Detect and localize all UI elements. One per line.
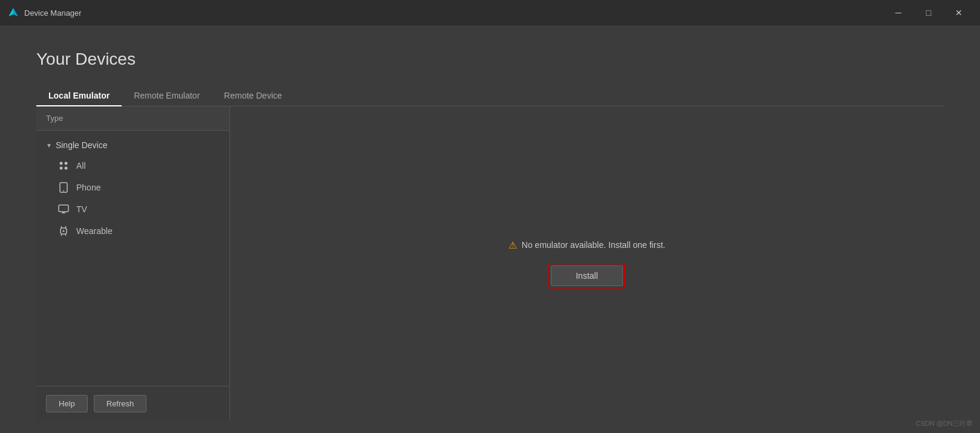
watermark: CSDN @DN三叶草	[916, 419, 973, 428]
help-button[interactable]: Help	[46, 395, 88, 412]
minimize-button[interactable]: ─	[884, 3, 912, 22]
left-panel: Type ▼ Single Device	[36, 106, 230, 421]
tab-local-emulator[interactable]: Local Emulator	[36, 86, 122, 106]
refresh-button[interactable]: Refresh	[94, 395, 147, 412]
titlebar-controls: ─ □ ✕	[884, 3, 973, 22]
svg-point-0	[60, 162, 63, 165]
wearable-icon	[58, 226, 69, 236]
svg-line-12	[61, 234, 62, 236]
tree-item-all[interactable]: All	[36, 155, 229, 177]
single-device-group[interactable]: ▼ Single Device	[36, 135, 229, 155]
svg-line-13	[65, 234, 66, 236]
close-button[interactable]: ✕	[945, 3, 973, 22]
phone-icon	[58, 182, 69, 193]
chevron-down-icon: ▼	[46, 142, 52, 149]
tabs-bar: Local Emulator Remote Emulator Remote De…	[36, 86, 944, 106]
install-button-wrapper: Install	[548, 263, 625, 288]
svg-point-1	[65, 162, 68, 165]
svg-line-10	[61, 226, 62, 228]
tree-item-tv[interactable]: TV	[36, 198, 229, 220]
left-panel-footer: Help Refresh	[36, 386, 229, 421]
svg-point-3	[65, 167, 68, 170]
page-title: Your Devices	[36, 50, 944, 69]
titlebar-left: Device Manager	[7, 7, 82, 19]
content-area: Type ▼ Single Device	[36, 106, 944, 421]
svg-rect-6	[59, 205, 68, 212]
tree-item-phone[interactable]: Phone	[36, 177, 229, 198]
all-devices-icon	[58, 160, 69, 171]
svg-point-14	[63, 230, 65, 232]
maximize-button[interactable]: □	[915, 3, 942, 22]
warning-icon: ⚠	[508, 239, 517, 251]
main-content: Your Devices Local Emulator Remote Emula…	[0, 25, 980, 433]
app-title: Device Manager	[24, 8, 82, 18]
right-panel: ⚠ No emulator available. Install one fir…	[230, 106, 944, 421]
install-button[interactable]: Install	[551, 265, 623, 286]
titlebar: Device Manager ─ □ ✕	[0, 0, 980, 25]
tree-item-wearable[interactable]: Wearable	[36, 220, 229, 242]
svg-line-11	[65, 226, 66, 228]
svg-point-5	[63, 190, 64, 192]
tv-icon	[58, 204, 69, 215]
type-header: Type	[36, 106, 229, 131]
app-logo-icon	[7, 7, 19, 19]
tab-remote-device[interactable]: Remote Device	[212, 86, 294, 106]
svg-point-2	[60, 167, 63, 170]
device-tree: ▼ Single Device All	[36, 131, 229, 386]
tab-remote-emulator[interactable]: Remote Emulator	[122, 86, 212, 106]
no-emulator-message: ⚠ No emulator available. Install one fir…	[508, 239, 665, 251]
